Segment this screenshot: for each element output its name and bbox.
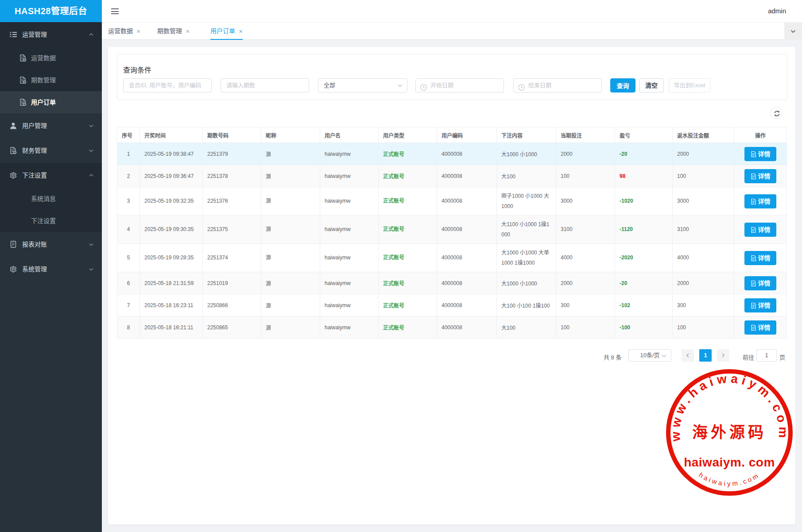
svg-text:haiwaiym.com: haiwaiym.com [697,471,761,487]
svg-text:海外源码: 海外源码 [692,424,767,441]
svg-text:haiwaiym. com: haiwaiym. com [684,455,775,469]
